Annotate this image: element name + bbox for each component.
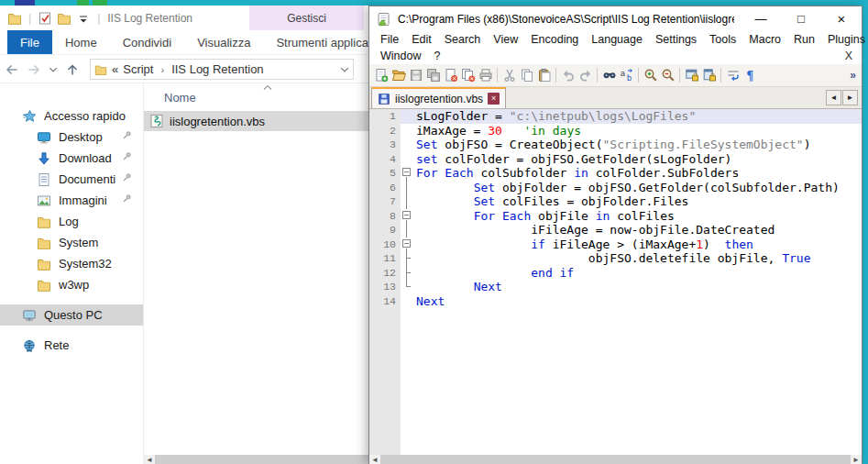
- qat-customize-icon[interactable]: [76, 11, 91, 26]
- menu-plugins[interactable]: Plugins: [821, 33, 868, 46]
- close-all-icon[interactable]: [459, 67, 477, 84]
- code-line-5[interactable]: 5For Each colSubfolder in colFolder.SubF…: [369, 166, 862, 181]
- code-editor[interactable]: 1sLogFolder = "c:\inetpub\logs\LogFiles"…: [369, 109, 862, 455]
- tab-close-icon[interactable]: ×: [488, 93, 500, 105]
- fold-collapse-icon[interactable]: [401, 166, 412, 181]
- breadcrumb-prefix[interactable]: «: [112, 62, 118, 76]
- scroll-left-icon[interactable]: ◄: [144, 455, 155, 464]
- recent-locations-icon[interactable]: [46, 60, 60, 80]
- tab-scroll-left-icon[interactable]: ◄: [826, 90, 841, 105]
- find-icon[interactable]: [600, 67, 618, 84]
- code-line-7[interactable]: 7 Set colFiles = objFolder.Files: [369, 194, 862, 209]
- breadcrumb-segment[interactable]: IIS Log Retention: [171, 62, 263, 76]
- sync-h-icon[interactable]: [700, 67, 718, 84]
- code-line-6[interactable]: 6 Set objFolder = objFSO.GetFolder(colSu…: [369, 181, 862, 195]
- menu-tools[interactable]: Tools: [703, 33, 742, 46]
- scrollbar-thumb[interactable]: [155, 455, 368, 464]
- sort-caret-icon[interactable]: [263, 84, 272, 91]
- scroll-right-icon[interactable]: ►: [851, 455, 862, 464]
- zoom-in-icon[interactable]: [642, 67, 659, 84]
- menu-run[interactable]: Run: [787, 33, 821, 46]
- menu-encoding[interactable]: Encoding: [524, 33, 585, 46]
- editor-horizontal-scrollbar[interactable]: ◄ ►: [369, 455, 862, 464]
- close-button[interactable]: ×: [821, 6, 862, 31]
- explorer-titlebar[interactable]: | | IIS Log Retention Gestisci: [0, 6, 368, 30]
- code-line-10[interactable]: 10 if iFileAge > (iMaxAge+1) then: [369, 238, 862, 252]
- ribbon-tab-condividi[interactable]: Condividi: [110, 30, 184, 54]
- toolbar-overflow-icon[interactable]: »: [850, 69, 856, 82]
- sidebar-item-immagini[interactable]: Immagini: [0, 190, 143, 211]
- address-bar[interactable]: « Script›IIS Log Retention: [90, 59, 354, 80]
- menubar-close-icon[interactable]: X: [836, 50, 862, 62]
- address-dropdown-icon[interactable]: [340, 65, 349, 74]
- column-header-nome[interactable]: Nome: [144, 83, 368, 111]
- code-line-14[interactable]: 14Next: [369, 294, 862, 309]
- code-line-4[interactable]: 4set colFolder = objFSO.GetFolder(sLogFo…: [369, 152, 862, 167]
- word-wrap-icon[interactable]: [724, 67, 742, 84]
- menu-file[interactable]: File: [374, 33, 405, 46]
- code-line-13[interactable]: 13 Next: [369, 280, 862, 294]
- code-line-12[interactable]: 12 end if: [369, 266, 862, 281]
- sidebar-item-log[interactable]: Log: [0, 211, 143, 232]
- sidebar-item-system32[interactable]: System32: [0, 253, 143, 274]
- new-folder-icon[interactable]: [57, 11, 71, 26]
- code-line-11[interactable]: 11 objFSO.deletefile objFile, True: [369, 251, 862, 266]
- sync-v-icon[interactable]: [683, 67, 700, 84]
- paste-icon[interactable]: [535, 67, 553, 84]
- cut-icon[interactable]: [500, 67, 518, 84]
- sidebar-item-desktop[interactable]: Desktop: [0, 127, 143, 148]
- code-line-3[interactable]: 3Set objFSO = CreateObject("Scripting.Fi…: [369, 138, 862, 152]
- menu-macro[interactable]: Macro: [742, 33, 787, 46]
- menu-edit[interactable]: Edit: [405, 33, 438, 46]
- code-line-8[interactable]: 8 For Each objFile in colFiles: [369, 209, 862, 224]
- zoom-out-icon[interactable]: [659, 67, 676, 84]
- menu-help[interactable]: ?: [427, 50, 446, 62]
- sidebar-item-download[interactable]: Download: [0, 148, 143, 169]
- properties-check-icon[interactable]: [38, 11, 52, 26]
- menu-window[interactable]: Window: [374, 50, 427, 62]
- fold-collapse-icon[interactable]: [401, 238, 412, 252]
- ribbon-tab-home[interactable]: Home: [52, 30, 110, 54]
- notepadpp-titlebar[interactable]: C:\Program Files (x86)\StonevoiceAS\Scri…: [369, 6, 862, 31]
- close-icon[interactable]: [442, 67, 459, 84]
- file-row[interactable]: iislogretention.vbs: [144, 111, 368, 131]
- minimize-button[interactable]: —: [741, 6, 781, 31]
- maximize-button[interactable]: □: [781, 6, 821, 31]
- ribbon-tab-file[interactable]: File: [7, 30, 52, 54]
- sidebar-item-w3wp[interactable]: w3wp: [0, 274, 143, 295]
- scrollbar-thumb[interactable]: [380, 455, 851, 464]
- show-all-chars-icon[interactable]: ¶: [742, 67, 759, 84]
- document-tab[interactable]: iislogretention.vbs ×: [371, 87, 506, 108]
- sidebar-item-questo-pc[interactable]: Questo PC: [0, 304, 143, 326]
- menu-search[interactable]: Search: [438, 33, 488, 46]
- sidebar-item-accesso-rapido[interactable]: Accesso rapido: [0, 105, 143, 127]
- code-line-2[interactable]: 2iMaxAge = 30 'in days: [369, 124, 862, 138]
- menu-language[interactable]: Language: [585, 33, 649, 46]
- fold-collapse-icon[interactable]: [401, 209, 412, 224]
- open-icon[interactable]: [390, 67, 407, 84]
- sidebar-item-system[interactable]: System: [0, 232, 143, 253]
- replace-icon[interactable]: ab: [618, 67, 635, 84]
- copy-icon[interactable]: [518, 67, 535, 84]
- sidebar-item-rete[interactable]: Rete: [0, 335, 143, 356]
- explorer-horizontal-scrollbar[interactable]: ◄: [144, 455, 368, 464]
- back-button[interactable]: [2, 60, 22, 80]
- save-all-icon[interactable]: [424, 67, 442, 84]
- tab-scroll-right-icon[interactable]: ►: [842, 90, 858, 105]
- sidebar-item-documenti[interactable]: Documenti: [0, 169, 143, 190]
- ribbon-tab-visualizza[interactable]: Visualizza: [184, 30, 263, 54]
- redo-icon[interactable]: [577, 67, 594, 84]
- menu-settings[interactable]: Settings: [649, 33, 703, 46]
- print-icon[interactable]: [477, 67, 494, 84]
- menu-view[interactable]: View: [487, 33, 524, 46]
- undo-icon[interactable]: [559, 67, 577, 84]
- save-icon[interactable]: [407, 67, 424, 84]
- up-button[interactable]: [62, 60, 82, 80]
- editor-empty-area[interactable]: [369, 308, 862, 455]
- forward-button[interactable]: [24, 60, 44, 80]
- breadcrumb-segment[interactable]: Script: [123, 62, 153, 76]
- code-line-9[interactable]: 9 iFileAge = now-objFile.DateCreated: [369, 223, 862, 238]
- new-file-icon[interactable]: [372, 67, 390, 84]
- code-line-1[interactable]: 1sLogFolder = "c:\inetpub\logs\LogFiles": [369, 109, 862, 124]
- scroll-left-icon[interactable]: ◄: [369, 455, 380, 464]
